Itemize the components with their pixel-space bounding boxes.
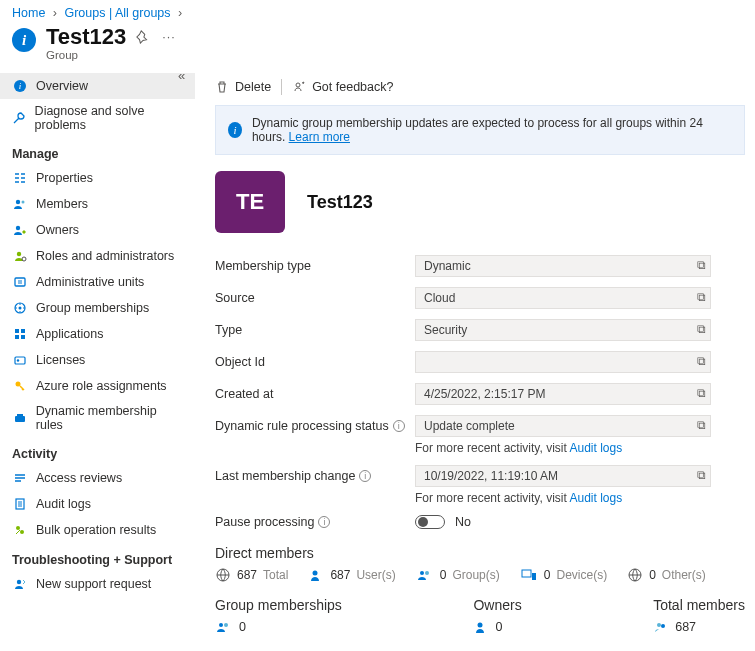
learn-more-link[interactable]: Learn more [289,130,350,144]
svg-rect-12 [15,335,19,339]
breadcrumb-home[interactable]: Home [12,6,45,20]
sidebar-item-diagnose[interactable]: Diagnose and solve problems [0,99,195,137]
svg-point-25 [313,571,318,576]
breadcrumb-groups[interactable]: Groups | All groups [64,6,170,20]
sidebar-label: Access reviews [36,471,122,485]
bulk-icon [12,522,28,538]
svg-point-27 [425,571,429,575]
more-icon[interactable]: ··· [162,30,175,44]
audit-logs-icon [12,496,28,512]
admin-units-icon [12,274,28,290]
help-icon[interactable]: i [359,470,371,482]
stat-groups[interactable]: 0Group(s) [416,567,500,583]
sidebar-label: Applications [36,327,103,341]
sidebar-label: New support request [36,577,151,591]
copy-icon[interactable]: ⧉ [697,468,706,482]
dynamic-rules-icon [12,410,28,426]
sidebar-item-licenses[interactable]: Licenses [0,347,195,373]
sidebar-item-bulk-results[interactable]: Bulk operation results [0,517,195,543]
sidebar-item-audit-logs[interactable]: Audit logs [0,491,195,517]
stat-owners[interactable]: 0 [473,619,521,635]
audit-logs-link[interactable]: Audit logs [569,491,622,505]
label-last-change: Last membership change i [215,469,415,483]
stat-devices[interactable]: 0Device(s) [520,567,607,583]
sidebar-item-applications[interactable]: Applications [0,321,195,347]
sidebar-item-support[interactable]: New support request [0,571,195,597]
copy-icon[interactable]: ⧉ [697,290,706,304]
label-created-at: Created at [215,387,415,401]
svg-rect-10 [15,329,19,333]
value-type: Security⧉ [415,319,711,341]
stat-total-members[interactable]: 687 [653,619,745,635]
sidebar-label: Dynamic membership rules [36,404,185,432]
key-icon [12,378,28,394]
svg-rect-13 [21,335,25,339]
stat-group-memberships[interactable]: 0 [215,619,342,635]
sidebar-label: Diagnose and solve problems [35,104,185,132]
svg-point-15 [17,359,19,361]
svg-rect-17 [15,416,25,422]
svg-point-5 [17,252,21,256]
stat-users[interactable]: 687User(s) [308,567,395,583]
svg-point-3 [22,201,25,204]
svg-point-6 [22,257,26,261]
copy-icon[interactable]: ⧉ [697,322,706,336]
groups-icon [215,619,233,635]
pause-value: No [455,515,471,529]
stat-others[interactable]: 0Other(s) [627,567,706,583]
svg-rect-11 [21,329,25,333]
value-created-at: 4/25/2022, 2:15:17 PM⧉ [415,383,711,405]
sidebar-item-adminunits[interactable]: Administrative units [0,269,195,295]
value-dyn-status: Update complete⧉ [415,415,711,437]
svg-point-34 [657,623,661,627]
main-content: Delete Got feedback? i Dynamic group mem… [195,71,755,645]
help-icon[interactable]: i [393,420,405,432]
sidebar-section-activity: Activity [0,437,195,465]
apps-icon [12,326,28,342]
sidebar-section-troubleshoot: Troubleshooting + Support [0,543,195,571]
label-object-id: Object Id [215,355,415,369]
audit-logs-link[interactable]: Audit logs [569,441,622,455]
copy-icon[interactable]: ⧉ [697,354,706,368]
stat-total[interactable]: 687Total [215,567,288,583]
devices-icon [520,567,538,583]
sidebar-item-properties[interactable]: Properties [0,165,195,191]
copy-icon[interactable]: ⧉ [697,386,706,400]
sidebar-label: Azure role assignments [36,379,167,393]
copy-icon[interactable]: ⧉ [697,258,706,272]
collapse-sidebar-icon[interactable]: « [178,68,185,83]
svg-point-33 [478,623,483,628]
sidebar-item-overview[interactable]: i Overview [0,73,195,99]
svg-rect-7 [15,278,25,286]
globe-icon [215,567,231,583]
sidebar-item-owners[interactable]: Owners [0,217,195,243]
pause-toggle[interactable] [415,515,445,529]
separator [281,79,282,95]
pin-icon[interactable] [136,30,150,44]
user-icon [473,619,489,635]
delete-label: Delete [235,80,271,94]
svg-point-23 [296,83,300,87]
sidebar-label: Administrative units [36,275,144,289]
sidebar-label: Licenses [36,353,85,367]
feedback-button[interactable]: Got feedback? [292,80,393,94]
svg-point-9 [19,307,22,310]
sidebar-item-roles[interactable]: Roles and administrators [0,243,195,269]
sidebar-item-azure-roles[interactable]: Azure role assignments [0,373,195,399]
sidebar: i Overview Diagnose and solve problems M… [0,71,195,645]
svg-point-32 [224,623,228,627]
sidebar-item-group-memberships[interactable]: Group memberships [0,295,195,321]
page-subtitle: Group [46,49,126,61]
toolbar: Delete Got feedback? [215,73,745,105]
sidebar-item-dynamic-rules[interactable]: Dynamic membership rules [0,399,195,437]
sidebar-item-members[interactable]: Members [0,191,195,217]
svg-rect-14 [15,357,25,364]
delete-button[interactable]: Delete [215,80,271,94]
svg-point-31 [219,623,223,627]
hint-dyn-status: For more recent activity, visit Audit lo… [415,441,745,455]
svg-rect-18 [17,414,23,416]
sidebar-item-access-reviews[interactable]: Access reviews [0,465,195,491]
help-icon[interactable]: i [318,516,330,528]
copy-icon[interactable]: ⧉ [697,418,706,432]
label-membership-type: Membership type [215,259,415,273]
